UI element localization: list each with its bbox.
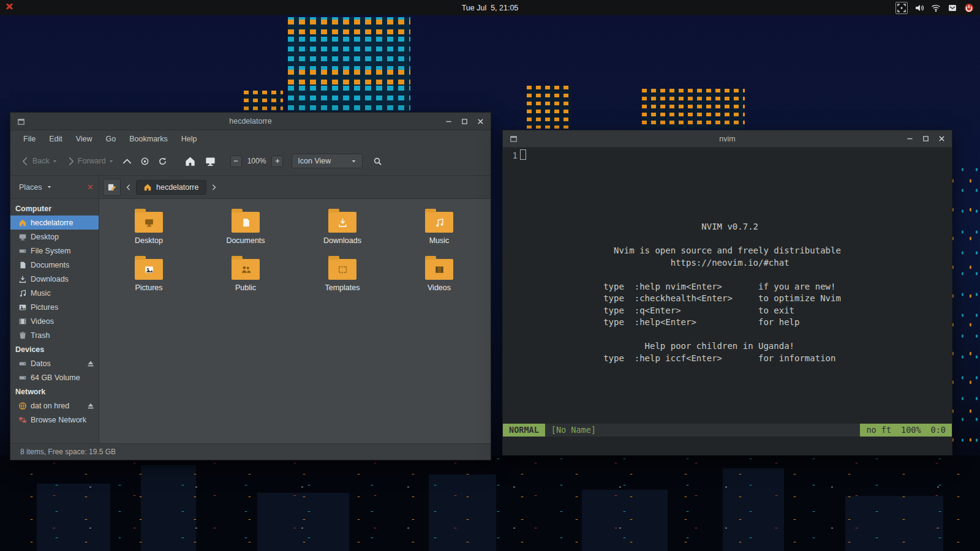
home-icon (143, 183, 152, 192)
sidebar-item-trash[interactable]: Trash (10, 328, 99, 342)
up-button[interactable] (118, 153, 136, 170)
sidebar-item-label: Desktop (31, 233, 59, 241)
terminal-line: Nvim is open source and freely distribut… (505, 245, 952, 257)
wallpaper-city-strip (0, 455, 980, 551)
power-icon[interactable] (964, 3, 974, 13)
sidebar-item-browse-network[interactable]: Browse Network (10, 413, 99, 427)
forward-label: Forward (78, 157, 106, 165)
window-menu-icon[interactable] (509, 134, 518, 143)
sidebar-item-label: File System (31, 247, 70, 255)
drive-icon (18, 373, 27, 382)
view-mode-value: Icon View (298, 157, 331, 165)
folder-public[interactable]: Public (197, 253, 294, 301)
menu-bookmarks[interactable]: Bookmarks (123, 132, 175, 146)
breadcrumb[interactable]: hecdelatorre (136, 180, 206, 195)
path-scroll-left-button[interactable] (123, 179, 134, 195)
sidebar-item-music[interactable]: Music (10, 286, 99, 300)
nvim-window: nvim 1 NVIM v0.7.2 Nvim is open source a… (502, 130, 952, 455)
zoom-in-button[interactable] (271, 156, 283, 167)
eject-icon[interactable] (86, 402, 95, 410)
location-button[interactable] (136, 153, 154, 170)
sidebar-item-pictures[interactable]: Pictures (10, 300, 99, 314)
home-button[interactable] (180, 152, 200, 171)
template-emblem-icon (328, 259, 356, 280)
close-button[interactable] (477, 118, 484, 126)
chevron-down-icon (47, 184, 52, 190)
desktop-button[interactable] (200, 152, 221, 171)
terminal-line: type :help<Enter> for help (505, 317, 952, 329)
folder-documents[interactable]: Documents (197, 206, 294, 253)
close-sidebar-button[interactable] (87, 184, 94, 190)
window-menu-icon[interactable] (17, 117, 26, 126)
filetype-indicator: no ft (866, 424, 891, 437)
sidebar-item-64-gb-volume[interactable]: 64 GB Volume (10, 370, 99, 384)
menu-file[interactable]: File (17, 132, 42, 146)
sidebar-item-downloads[interactable]: Downloads (10, 272, 99, 286)
folder-desktop[interactable]: Desktop (100, 206, 197, 253)
minimize-button[interactable] (906, 135, 914, 143)
path-scroll-right-button[interactable] (208, 179, 220, 195)
zoom-out-button[interactable] (230, 156, 242, 167)
reload-button[interactable] (154, 153, 172, 170)
screenshot-tool-icon[interactable] (895, 2, 908, 14)
view-mode-select[interactable]: Icon View (292, 154, 363, 168)
folder-downloads[interactable]: Downloads (294, 206, 391, 253)
menu-view[interactable]: View (69, 132, 99, 146)
sidebar-section-computer: Computer (10, 201, 99, 216)
monitor-emblem-icon (135, 212, 163, 233)
messages-icon[interactable] (948, 3, 957, 13)
edit-path-button[interactable] (103, 179, 121, 196)
terminal-line: https://neovim.io/#chat (505, 257, 952, 269)
folder-videos[interactable]: Videos (391, 253, 488, 301)
menu-go[interactable]: Go (99, 132, 123, 146)
download-icon (18, 275, 27, 283)
wallpaper-building (288, 17, 410, 111)
folder-pictures[interactable]: Pictures (100, 253, 197, 301)
close-button[interactable] (938, 135, 946, 143)
terminal-area[interactable]: 1 NVIM v0.7.2 Nvim is open source and fr… (503, 148, 952, 455)
people-emblem-icon (232, 259, 260, 280)
terminal-line: Help poor children in Uganda! (505, 340, 952, 353)
menu-edit[interactable]: Edit (42, 132, 69, 146)
folder-label: Public (235, 283, 256, 292)
forward-button[interactable]: Forward (62, 153, 118, 170)
eject-icon[interactable] (86, 359, 95, 368)
maximize-button[interactable] (922, 135, 930, 143)
fm-statusbar: 8 items, Free space: 19.5 GB (10, 443, 491, 460)
volume-icon[interactable] (914, 3, 924, 13)
wifi-icon[interactable] (931, 3, 941, 13)
nvim-titlebar[interactable]: nvim (503, 130, 952, 148)
sidebar-item-label: Videos (31, 317, 54, 326)
terminal-line (505, 162, 952, 174)
sidebar-item-label: Browse Network (31, 416, 86, 424)
sidebar-item-file-system[interactable]: File System (10, 244, 99, 258)
search-button[interactable] (369, 153, 386, 170)
sidebar-item-documents[interactable]: Documents (10, 258, 99, 272)
cursor-position: 0:0 (931, 424, 946, 437)
fm-titlebar[interactable]: hecdelatorre (10, 113, 491, 130)
folder-icon (135, 259, 163, 280)
menu-help[interactable]: Help (175, 132, 204, 146)
monitor-icon (18, 233, 27, 241)
plus-icon (274, 158, 281, 164)
sidebar-item-dat-on-hred[interactable]: dat on hred (10, 399, 99, 413)
maximize-button[interactable] (461, 118, 469, 126)
panel-clock[interactable]: Tue Jul 5, 21:05 (0, 4, 980, 12)
folder-label: Videos (428, 283, 451, 292)
folder-icon (425, 212, 453, 233)
folder-icon (328, 212, 356, 233)
minimize-button[interactable] (445, 118, 453, 126)
places-selector[interactable]: Places (10, 176, 99, 198)
sidebar-item-desktop[interactable]: Desktop (10, 230, 99, 244)
sidebar-item-hecdelatorre[interactable]: hecdelatorre (10, 216, 99, 230)
folder-templates[interactable]: Templates (294, 253, 391, 301)
scroll-percent: 100% (901, 424, 921, 437)
back-button[interactable]: Back (17, 153, 62, 170)
nvim-statusline: NORMAL [No Name] no ft 100% 0:0 (503, 424, 952, 437)
folder-music[interactable]: Music (391, 206, 488, 253)
wallpaper-building (642, 89, 745, 129)
chevron-right-icon (66, 157, 75, 166)
sidebar-item-videos[interactable]: Videos (10, 314, 99, 328)
music-emblem-icon (425, 212, 453, 233)
sidebar-item-datos[interactable]: Datos (10, 356, 99, 370)
